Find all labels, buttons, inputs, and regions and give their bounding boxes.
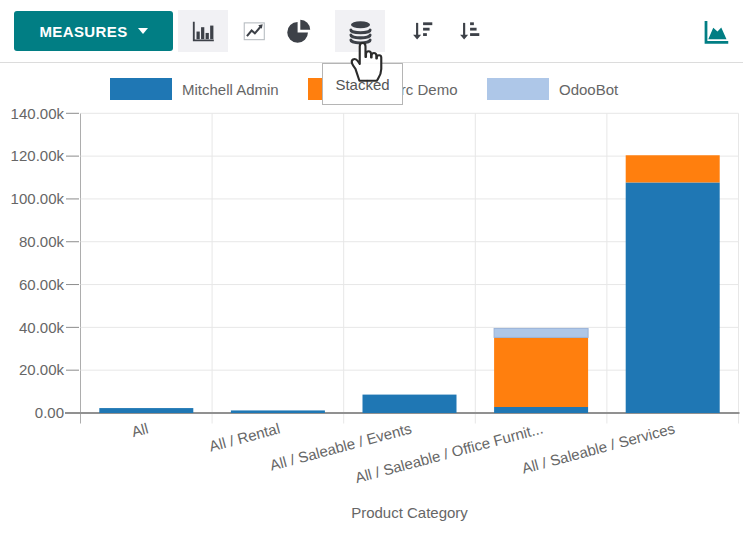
sort-desc-button[interactable] xyxy=(397,10,447,52)
bar-segment[interactable] xyxy=(494,328,588,337)
bar-chart-icon xyxy=(190,18,216,44)
sort-desc-icon xyxy=(409,18,435,44)
y-tick-label: 0.00 xyxy=(35,404,64,421)
y-tick-label: 120.00k xyxy=(11,147,65,164)
legend-swatch xyxy=(110,78,172,100)
bar-segment[interactable] xyxy=(231,410,325,413)
sort-asc-button[interactable] xyxy=(444,10,494,52)
pie-chart-button[interactable] xyxy=(273,10,323,52)
line-chart-icon xyxy=(241,18,267,44)
bar-segment[interactable] xyxy=(494,407,588,413)
x-category-label: All xyxy=(130,419,151,440)
y-tick-label: 40.00k xyxy=(19,319,65,336)
measures-button[interactable]: MEASURES xyxy=(14,11,173,51)
legend-label: OdooBot xyxy=(559,81,618,98)
measures-label: MEASURES xyxy=(39,23,127,40)
x-category-label: All / Saleable / Services xyxy=(520,419,677,476)
y-tick-label: 100.00k xyxy=(11,190,65,207)
legend-label: Mitchell Admin xyxy=(182,81,279,98)
bar-segment[interactable] xyxy=(494,337,588,407)
bar-segment[interactable] xyxy=(626,182,720,413)
legend-item[interactable]: OdooBot xyxy=(487,78,618,100)
y-tick-label: 60.00k xyxy=(19,276,65,293)
legend-swatch xyxy=(487,78,549,100)
sort-asc-icon xyxy=(456,18,482,44)
x-axis-title: Product Category xyxy=(351,504,468,521)
legend-item[interactable]: Mitchell Admin xyxy=(110,78,279,100)
pie-chart-icon xyxy=(285,18,312,45)
y-tick-label: 140.00k xyxy=(11,105,65,122)
bar-segment[interactable] xyxy=(99,408,193,413)
bar-chart-button[interactable] xyxy=(178,10,228,52)
y-tick-label: 20.00k xyxy=(19,361,65,378)
cursor-hand-icon xyxy=(345,38,385,84)
area-chart-icon xyxy=(700,16,732,46)
y-tick-label: 80.00k xyxy=(19,233,65,250)
x-category-label: All / Rental xyxy=(207,419,281,454)
bar-segment[interactable] xyxy=(363,395,457,413)
graph-view-switcher-button[interactable] xyxy=(692,10,740,52)
bar-segment[interactable] xyxy=(626,155,720,182)
caret-down-icon xyxy=(138,28,148,34)
line-chart-button[interactable] xyxy=(229,10,279,52)
